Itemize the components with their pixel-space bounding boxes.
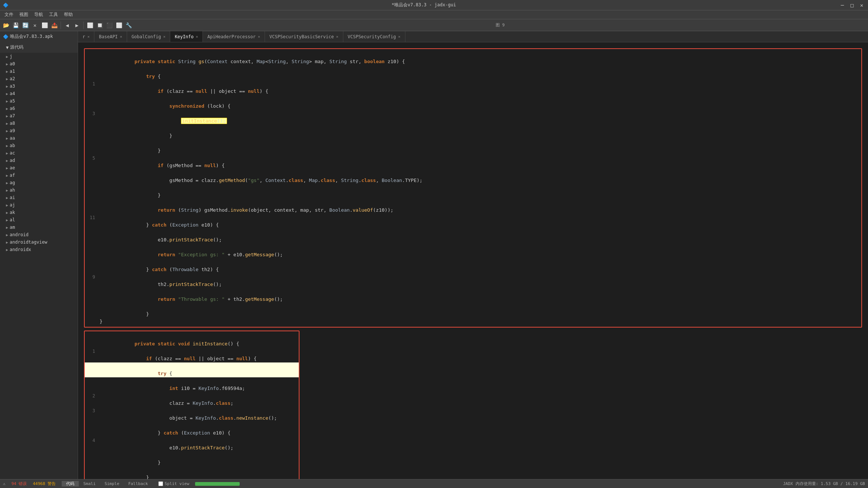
sidebar-item-a7[interactable]: ▶ a7 [0,112,78,120]
sidebar-item-ah[interactable]: ▶ ah [0,186,78,194]
status-issue-icon: ⚠ [3,481,6,486]
tab-baseapi[interactable]: BaseAPI ✕ [94,31,127,42]
split-view-label[interactable]: Split view [158,481,189,486]
sidebar-item-ac[interactable]: ▶ ac [0,149,78,157]
status-warnings[interactable]: 44968 警告 [33,481,56,487]
code-line-b3: 3 object = KeyInfo.class.newInstance(); [85,407,299,422]
code-line-header1: private static String gs(Context context… [85,51,861,65]
arrow-a7: ▶ [6,114,8,118]
toolbar-export[interactable]: 📤 [50,21,59,30]
sidebar-item-androidtagview[interactable]: ▶ androidtagview [0,238,78,246]
sidebar-item-ag[interactable]: ▶ ag [0,179,78,186]
tab-apiheaderprocessor[interactable]: ApiHeaderProcessor ✕ [203,31,265,42]
toolbar-save[interactable]: 💾 [11,21,20,30]
sidebar-item-a8[interactable]: ▶ a8 [0,120,78,127]
lc-ccatch: } [100,303,861,318]
sidebar-item-aj[interactable]: ▶ aj [0,201,78,209]
code-line-cif: } [85,140,861,154]
menu-navigate[interactable]: 导航 [31,11,46,19]
arrow-a5: ▶ [6,99,8,103]
sidebar-item-androidx[interactable]: ▶ androidx [0,246,78,253]
lc-e10print: e10.printStackTrace(); [100,229,861,244]
sidebar-item-ai[interactable]: ▶ ai [0,194,78,201]
toolbar-btn6[interactable]: ⬜ [114,21,123,30]
sidebar-item-a6[interactable]: ▶ a6 [0,105,78,112]
sidebar-item-af[interactable]: ▶ af [0,172,78,179]
ln-b3: 3 [85,407,100,414]
tab-vcspsecuritybasicservice-close[interactable]: ✕ [336,35,338,39]
sidebar-item-a5[interactable]: ▶ a5 [0,97,78,105]
lc-cmethod: } [100,318,861,325]
sidebar-item-am[interactable]: ▶ am [0,224,78,231]
lc-retth: return "Throwable gs: " + th2.getMessage… [100,288,861,303]
title-bar-left: 🔷 [3,3,9,8]
toolbar-btn3[interactable]: ⬜ [85,21,94,30]
toolbar-nav[interactable]: ⬜ [40,21,49,30]
sidebar-item-a0[interactable]: ▶ a0 [0,60,78,68]
toolbar-forward[interactable]: ▶ [72,21,81,30]
tab-vcspsecurityconfig[interactable]: VCSPSecurityConfig ✕ [343,31,405,42]
arrow-ai: ▶ [6,196,8,200]
sidebar-item-aa[interactable]: ▶ aa [0,134,78,142]
toolbar-btn7[interactable]: 🔧 [124,21,133,30]
tab-vcspsecurityconfig-close[interactable]: ✕ [398,35,401,39]
status-tab-smali[interactable]: Smali [79,481,100,486]
sidebar-source-header[interactable]: ▼ 源代码 [0,42,78,53]
item-label-a6: a6 [10,106,15,111]
toolbar-close[interactable]: ✕ [30,21,39,30]
sidebar-item-al[interactable]: ▶ al [0,216,78,224]
sidebar-item-a2[interactable]: ▶ a2 [0,75,78,82]
sidebar-item-ak[interactable]: ▶ ak [0,209,78,216]
line-code-h1: private static String gs(Context context… [100,51,861,65]
menu-help[interactable]: 帮助 [61,11,76,19]
status-errors[interactable]: 94 错误 [12,481,27,487]
sidebar-item-a9[interactable]: ▶ a9 [0,127,78,134]
sidebar-item-ae[interactable]: ▶ ae [0,164,78,172]
tab-keyinfo-close[interactable]: ✕ [196,35,198,39]
tab-r[interactable]: r ✕ [78,31,94,42]
toolbar-btn4[interactable]: 🔲 [95,21,104,30]
status-tab-fallback[interactable]: Fallback [124,481,152,486]
sidebar-item-ab[interactable]: ▶ ab [0,142,78,149]
tab-vcspsecuritybasicservice[interactable]: VCSPSecurityBasicService ✕ [265,31,343,42]
tab-gobalconfig-close[interactable]: ✕ [163,35,165,39]
sidebar-item-android[interactable]: ▶ android [0,231,78,238]
item-label-a4: a4 [10,91,15,96]
status-tab-code[interactable]: 代码 [62,481,79,487]
status-tab-simple[interactable]: Simple [100,481,124,486]
tab-keyinfo[interactable]: KeyInfo ✕ [170,31,203,42]
status-bar: ⚠ 94 错误 44968 警告 代码 Smali Simple Fallbac… [0,479,868,488]
sidebar-item-ad[interactable]: ▶ ad [0,157,78,164]
lc-csync: } [100,125,861,140]
tab-r-close[interactable]: ✕ [87,35,90,39]
sidebar-item-a3[interactable]: ▶ a3 [0,82,78,90]
sidebar-item-a1[interactable]: ▶ a1 [0,68,78,75]
toolbar-open[interactable]: 📂 [1,21,10,30]
menu-file[interactable]: 文件 [1,11,16,19]
maximize-button[interactable]: □ [849,2,855,9]
code-editor[interactable]: private static String gs(Context context… [78,42,868,479]
toolbar-back[interactable]: ◀ [63,21,72,30]
sidebar-item-a4[interactable]: ▶ a4 [0,90,78,97]
sidebar-item-j[interactable]: ▶ j [0,53,78,60]
item-label-aa: aa [10,136,15,141]
code-line-9: 9 th2.printStackTrace(); [85,273,861,288]
menu-view[interactable]: 视图 [16,11,31,19]
split-view-checkbox[interactable] [158,481,163,486]
minimize-button[interactable]: ─ [839,2,846,9]
arrow-af: ▶ [6,173,8,178]
tab-apiheaderprocessor-close[interactable]: ✕ [258,35,260,39]
sidebar-app-header[interactable]: 🔷 唯品会v7.83.3.apk [0,31,78,42]
menu-tools[interactable]: 工具 [46,11,61,19]
toolbar-refresh[interactable]: 🔄 [21,21,30,30]
title-bar-title: *唯品会v7.83.3 - jadx-gui [392,2,456,8]
arrow-aj: ▶ [6,203,8,207]
tab-vcspsecuritybasicservice-label: VCSPSecurityBasicService [269,34,334,39]
arrow-ad: ▶ [6,159,8,163]
tab-baseapi-close[interactable]: ✕ [120,35,122,39]
item-label-ae: ae [10,165,15,170]
close-button[interactable]: ✕ [858,2,865,9]
tab-gobalconfig[interactable]: GobalConfig ✕ [127,31,171,42]
title-bar-controls: ─ □ ✕ [839,2,865,9]
toolbar-btn5[interactable]: ⬛ [105,21,114,30]
